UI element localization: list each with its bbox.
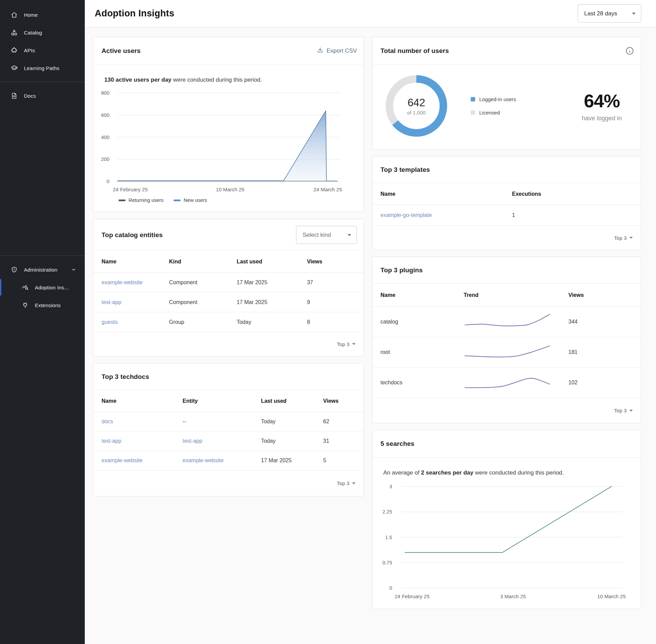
sparkline-chart xyxy=(464,312,552,331)
table-row: root 181 xyxy=(372,337,641,368)
svg-text:24 February 25: 24 February 25 xyxy=(395,593,430,599)
svg-text:800: 800 xyxy=(101,90,109,96)
total-users-body: 642 of 1,000 Logged-in users Licensed xyxy=(372,65,641,149)
searches-card: 5 searches An average of 2 searches per … xyxy=(372,430,641,609)
sidebar-item-label: Administration xyxy=(24,267,57,273)
caret-down-icon xyxy=(629,237,633,239)
donut-chart: 642 of 1,000 xyxy=(385,74,448,138)
card-title: Top catalog entities xyxy=(102,231,163,239)
table-row: example-website example-website 17 Mar 2… xyxy=(93,451,364,470)
top3-selector[interactable]: Top 3 xyxy=(614,235,633,241)
table-header: Name Executions xyxy=(372,183,641,205)
table-row: catalog 344 xyxy=(372,307,641,337)
sidebar-item-home[interactable]: Home xyxy=(0,6,85,24)
svg-text:24 February 25: 24 February 25 xyxy=(113,187,148,192)
card-title: Top 3 templates xyxy=(380,166,430,174)
sidebar-item-apis[interactable]: APIs xyxy=(0,41,85,59)
table-row: test-app Component 17 Mar 2025 9 xyxy=(93,292,364,312)
sidebar: Home Catalog APIs Learning Paths Docs Ad… xyxy=(0,0,85,644)
svg-text:0.75: 0.75 xyxy=(383,560,392,565)
date-range-select[interactable]: Last 28 days xyxy=(578,4,641,23)
right-column: Total number of users 642 of 1,000 xyxy=(372,37,641,609)
techdoc-link[interactable]: docs xyxy=(102,419,113,424)
plug-icon xyxy=(21,301,29,309)
sidebar-item-label: Extensions xyxy=(35,302,61,308)
legend-swatch xyxy=(119,200,125,201)
logged-in-percent: 64% have logged in xyxy=(582,90,622,122)
sidebar-spacer xyxy=(0,105,85,251)
sidebar-item-label: Catalog xyxy=(24,30,42,36)
table-header: Name Kind Last used Views xyxy=(93,251,364,273)
caret-down-icon xyxy=(632,13,635,15)
svg-text:2.25: 2.25 xyxy=(383,509,392,515)
sidebar-item-catalog[interactable]: Catalog xyxy=(0,24,85,41)
chevron-down-icon xyxy=(70,266,77,273)
searches-summary: An average of 2 searches per day were co… xyxy=(372,458,641,478)
legend-item: Licensed xyxy=(471,110,516,115)
sidebar-item-adoption-insights[interactable]: Adoption Ins... xyxy=(0,278,85,296)
svg-text:200: 200 xyxy=(101,156,109,162)
main-area: Adoption Insights Last 28 days Active us… xyxy=(85,0,656,644)
sidebar-divider xyxy=(0,256,85,256)
techdoc-link[interactable]: example-website xyxy=(102,457,143,463)
svg-text:600: 600 xyxy=(101,112,109,118)
svg-text:400: 400 xyxy=(101,135,109,140)
sidebar-item-label: Docs xyxy=(24,93,36,99)
entity-link[interactable]: example-website xyxy=(102,279,143,285)
svg-text:10 March 25: 10 March 25 xyxy=(597,593,626,599)
caret-down-icon xyxy=(629,410,633,412)
legend-swatch xyxy=(471,97,475,101)
sidebar-item-label: Adoption Ins... xyxy=(35,285,69,290)
table-footer: Top 3 xyxy=(372,226,641,250)
caret-down-icon xyxy=(348,234,351,236)
legend-item: Logged-in users xyxy=(471,96,516,102)
table-row: example-website Component 17 Mar 2025 37 xyxy=(93,273,364,292)
export-csv-button[interactable]: Export CSV xyxy=(317,47,357,55)
sidebar-item-label: Learning Paths xyxy=(24,65,59,71)
query-stats-icon xyxy=(21,284,29,291)
legend-item: Returning users xyxy=(119,197,163,203)
table-row: techdocs 102 xyxy=(372,368,641,398)
sidebar-item-learning-paths[interactable]: Learning Paths xyxy=(0,59,85,77)
top3-selector[interactable]: Top 3 xyxy=(337,480,356,486)
top-catalog-entities-card: Top catalog entities Select kind Name Ki… xyxy=(93,219,364,356)
techdoc-link[interactable]: test-app xyxy=(102,438,121,444)
info-icon[interactable] xyxy=(625,46,634,55)
dashboard-content: Active users Export CSV 130 active users… xyxy=(85,27,656,623)
template-link[interactable]: example-go-template xyxy=(380,212,432,218)
entity-link[interactable]: test-app xyxy=(102,299,121,305)
searches-chart: 32.251.50.75024 February 253 March 2510 … xyxy=(372,478,641,609)
top3-selector[interactable]: Top 3 xyxy=(337,341,356,347)
svg-text:10 March 25: 10 March 25 xyxy=(216,187,244,192)
page-title: Adoption Insights xyxy=(95,8,174,19)
card-title: Total number of users xyxy=(380,47,449,55)
table-header: Name Trend Views xyxy=(372,284,641,307)
top3-selector[interactable]: Top 3 xyxy=(614,408,633,413)
select-kind-dropdown[interactable]: Select kind xyxy=(296,226,357,244)
legend-swatch xyxy=(174,200,180,201)
entity-link[interactable]: example-website xyxy=(183,457,224,463)
table-row: test-app test-app Today 31 xyxy=(93,431,364,451)
table-row: example-go-template 1 xyxy=(372,205,641,226)
card-title: Top 3 plugins xyxy=(380,266,423,274)
sparkline-chart xyxy=(464,372,552,392)
svg-text:3 March 25: 3 March 25 xyxy=(500,593,526,599)
sidebar-item-docs[interactable]: Docs xyxy=(0,87,85,105)
download-icon xyxy=(317,47,323,55)
table-row: docs -- Today 62 xyxy=(93,412,364,431)
sidebar-item-extensions[interactable]: Extensions xyxy=(0,296,85,314)
area-chart: 800600400200024 February 2510 March 2524… xyxy=(93,87,364,194)
legend-swatch xyxy=(471,110,475,115)
apis-icon xyxy=(10,46,18,54)
sidebar-divider xyxy=(0,82,85,82)
entity-link[interactable]: guests xyxy=(102,319,118,325)
line-chart: 32.251.50.75024 February 253 March 2510 … xyxy=(372,480,641,607)
svg-text:1.5: 1.5 xyxy=(385,535,392,540)
chart-legend: Returning users New users xyxy=(93,195,364,212)
card-title: Active users xyxy=(102,47,140,55)
table-footer: Top 3 xyxy=(93,470,364,496)
entity-link[interactable]: test-app xyxy=(183,438,202,444)
active-users-chart: 800600400200024 February 2510 March 2524… xyxy=(93,85,364,212)
table-footer: Top 3 xyxy=(372,398,641,423)
sidebar-item-administration[interactable]: Administration xyxy=(0,261,85,278)
